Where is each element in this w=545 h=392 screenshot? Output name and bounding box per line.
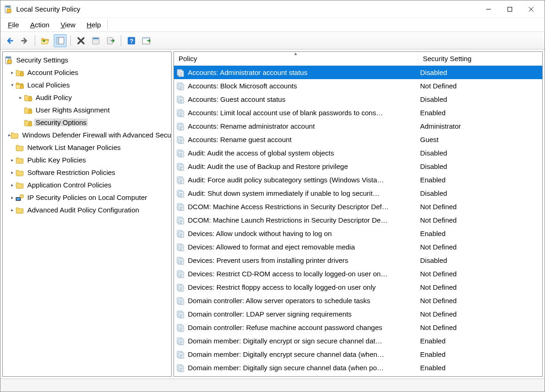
minimize-button[interactable] [478,2,499,16]
tree-expander-icon[interactable]: ▸ [8,157,16,162]
policy-item-icon [177,256,185,265]
closed-folder-lock-icon [24,118,32,127]
policy-row[interactable]: Devices: Allowed to format and eject rem… [174,240,542,254]
policy-item-icon [177,324,185,332]
tree-expander-icon[interactable]: ▸ [8,70,16,75]
policy-row[interactable]: Devices: Restrict CD-ROM access to local… [174,267,542,280]
app-icon [4,5,12,13]
tree-node-label: Windows Defender Firewall with Advanced … [21,131,172,139]
policy-row[interactable]: Audit: Shut down system immediately if u… [174,187,542,200]
policy-row[interactable]: Audit: Audit the use of Backup and Resto… [174,160,542,173]
policy-row[interactable]: Domain member: Digitally encrypt or sign… [174,334,542,348]
policy-setting: Enabled [418,230,542,237]
policy-row[interactable]: Devices: Allow undock without having to … [174,227,542,240]
policy-name: Accounts: Guest account status [188,95,285,103]
export-list-button[interactable] [104,34,117,47]
menu-view[interactable]: View [56,20,80,30]
toolbar-separator [121,35,121,46]
tree-expander-icon[interactable]: ▸ [8,170,16,175]
policy-setting: Disabled [418,189,542,197]
policy-setting: Enabled [418,364,542,372]
menu-file[interactable]: File [3,20,24,30]
policy-item-icon [177,364,185,372]
policy-item-icon [177,297,185,305]
policy-row[interactable]: Audit: Force audit policy subcategory se… [174,173,542,187]
tree-node[interactable]: ▸Software Restriction Policies [3,166,171,179]
policy-row[interactable]: Domain controller: LDAP server signing r… [174,307,542,321]
tree-expander-icon[interactable]: ▾ [8,82,16,87]
tree-node[interactable]: ▸Advanced Audit Policy Configuration [3,204,171,216]
menubar: File Action View Help [0,18,545,32]
tree-node[interactable]: ▸IP Security Policies on Local Computer [3,191,171,204]
tree-node[interactable]: ▸Audit Policy [3,91,171,104]
menubar-separator [107,20,108,30]
policy-name: Accounts: Limit local account use of bla… [188,109,383,117]
tree-node-label: Software Restriction Policies [26,168,117,176]
menu-help[interactable]: Help [82,20,105,30]
tree-expander-icon[interactable]: ▸ [8,207,16,212]
tree-node[interactable]: ▸Account Policies [3,66,171,79]
delete-button[interactable] [74,34,87,47]
policy-row[interactable]: Accounts: Block Microsoft accountsNot De… [174,79,542,93]
tree-root[interactable]: Security Settings [3,54,171,66]
policy-row[interactable]: Audit: Audit the access of global system… [174,146,542,160]
close-button[interactable] [520,2,542,16]
policy-setting: Administrator [418,122,542,130]
back-button[interactable] [3,34,16,47]
closed-folder-lock-icon [16,68,24,77]
policy-row[interactable]: Domain member: Digitally sign secure cha… [174,361,542,374]
tree-node[interactable]: ▸Windows Defender Firewall with Advanced… [3,129,171,141]
policy-row[interactable]: Accounts: Guest account statusDisabled [174,93,542,106]
policy-row[interactable]: DCOM: Machine Launch Restrictions in Sec… [174,213,542,227]
help-button[interactable] [125,34,138,47]
policy-row[interactable]: Domain member: Digitally encrypt secure … [174,348,542,361]
tree-expander-icon[interactable]: ▸ [8,195,16,200]
policy-item-icon [177,189,185,198]
policy-setting: Guest [418,136,542,143]
properties-button[interactable] [89,34,102,47]
maximize-button[interactable] [499,2,520,16]
closed-folder-lock-icon [24,93,32,102]
tree-node[interactable]: ▾Local Policies [3,79,171,91]
open-folder-lock-icon [16,81,24,89]
column-header-setting[interactable]: Security Setting [418,52,542,65]
policy-row[interactable]: DCOM: Machine Access Restrictions in Sec… [174,200,542,213]
tree-view[interactable]: Security Settings▸Account Policies▾Local… [2,51,172,377]
tree-expander-icon[interactable]: ▸ [17,95,24,100]
tree-node-label: IP Security Policies on Local Computer [26,193,149,201]
tree-node[interactable]: ▸Application Control Policies [3,179,171,191]
policy-row[interactable]: Domain controller: Refuse machine accoun… [174,321,542,334]
closed-folder-icon [16,168,24,177]
up-folder-button[interactable] [39,34,52,47]
tree-node[interactable]: Network List Manager Policies [3,141,171,154]
tree-node[interactable]: ▸Public Key Policies [3,154,171,166]
show-hide-tree-button[interactable] [54,34,67,47]
policy-name: Audit: Audit the access of global system… [188,149,334,157]
policy-row[interactable]: Accounts: Rename administrator accountAd… [174,119,542,133]
policy-row[interactable]: Devices: Prevent users from installing p… [174,254,542,267]
policy-row[interactable]: Accounts: Rename guest accountGuest [174,133,542,146]
policy-name: Audit: Force audit policy subcategory se… [188,176,384,184]
policy-row[interactable]: Devices: Restrict floppy access to local… [174,280,542,294]
tree-node[interactable]: User Rights Assignment [3,104,171,116]
policy-name: Domain member: Digitally sign secure cha… [188,364,384,372]
policy-setting: Not Defined [418,310,542,318]
policy-setting: Enabled [418,109,542,117]
policy-item-icon [177,136,185,144]
policy-row[interactable]: Accounts: Administrator account statusDi… [174,66,542,79]
closed-folder-icon [16,206,24,214]
tree-node-label: Public Key Policies [26,156,87,164]
policy-row[interactable]: Accounts: Limit local account use of bla… [174,106,542,119]
policy-setting: Not Defined [418,203,542,211]
delete-icon [77,37,85,45]
policy-row[interactable]: Domain controller: Allow server operator… [174,294,542,307]
tree-node[interactable]: Security Options [3,116,171,129]
tree-expander-icon[interactable]: ▸ [8,182,16,187]
forward-button[interactable] [18,34,31,47]
policy-templates-button[interactable] [140,34,153,47]
list-rows[interactable]: Accounts: Administrator account statusDi… [174,66,542,376]
closed-folder-icon [16,143,24,152]
tree-node-label: Audit Policy [34,93,73,101]
menu-action[interactable]: Action [25,20,54,30]
policy-item-icon [177,230,185,238]
